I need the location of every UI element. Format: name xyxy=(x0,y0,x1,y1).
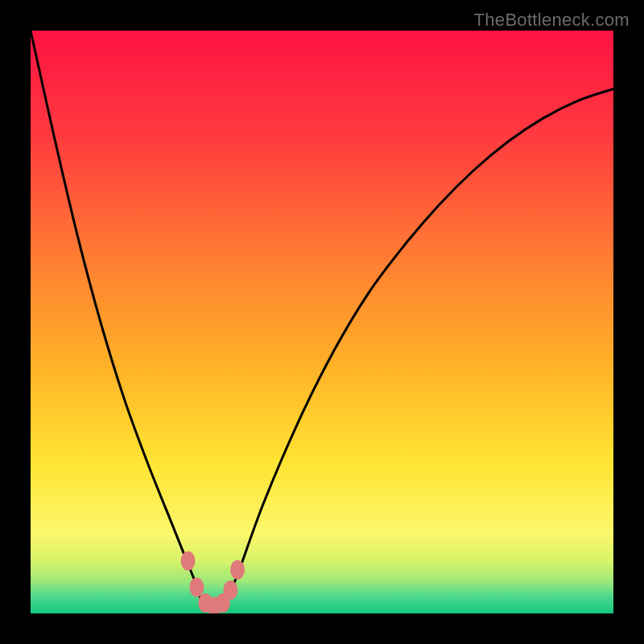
marker-m6 xyxy=(223,580,237,600)
plot-area xyxy=(31,31,613,613)
gradient-background xyxy=(31,31,613,613)
marker-m1 xyxy=(180,551,195,571)
marker-m2 xyxy=(189,577,204,597)
chart-svg xyxy=(31,31,613,613)
brand-watermark: TheBottleneck.com xyxy=(474,10,630,31)
chart-frame: TheBottleneck.com xyxy=(0,0,644,644)
marker-m7 xyxy=(230,560,245,580)
